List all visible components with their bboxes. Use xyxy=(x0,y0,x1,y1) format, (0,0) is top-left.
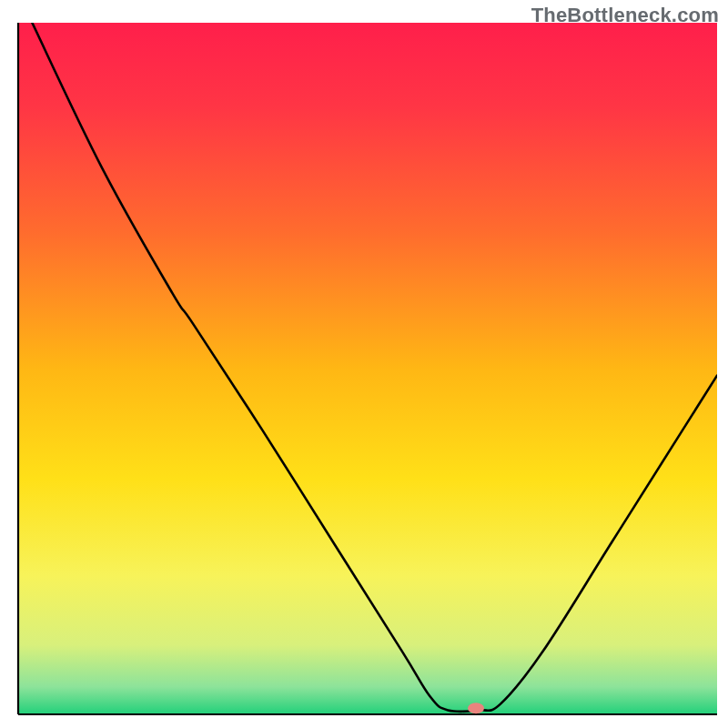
optimal-marker xyxy=(468,703,484,713)
chart-stage: TheBottleneck.com xyxy=(0,0,728,728)
plot-background xyxy=(18,23,717,714)
bottleneck-chart xyxy=(0,0,728,728)
watermark-text: TheBottleneck.com xyxy=(531,4,719,27)
